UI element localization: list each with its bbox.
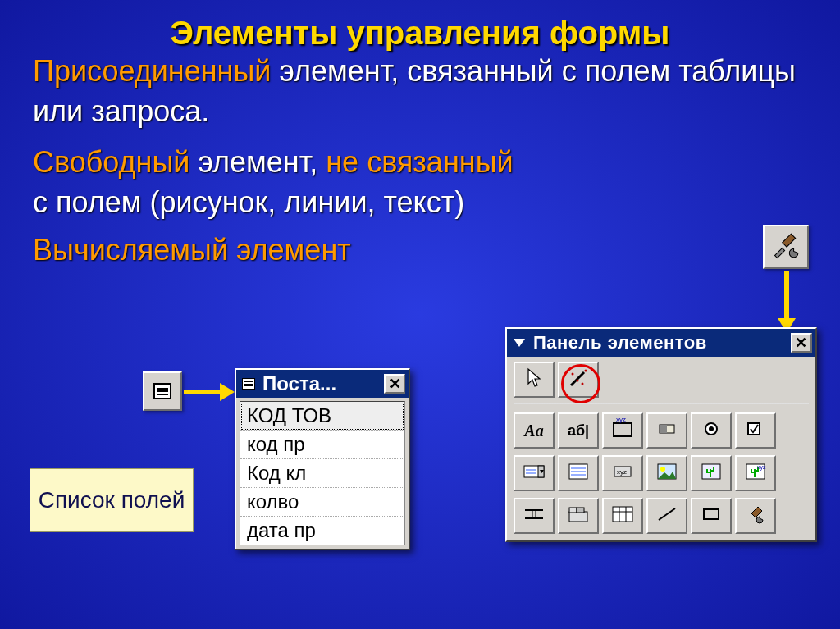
button-tool[interactable]: xyz <box>602 455 643 491</box>
checkbox-tool[interactable] <box>735 412 776 449</box>
pagebreak-tool[interactable] <box>514 498 555 534</box>
term-calc: Вычисляемый элемент <box>33 230 807 271</box>
list-item[interactable]: колво <box>240 488 404 517</box>
group-tool-icon: xyz <box>610 418 635 444</box>
field-list-window: Поста... ✕ КОД ТОВ код пр Код кл колво д… <box>235 368 410 550</box>
svg-rect-38 <box>704 509 719 519</box>
toggle-tool-icon <box>655 418 679 444</box>
rect-tool-icon <box>699 504 724 529</box>
svg-text:xyz: xyz <box>616 418 626 423</box>
unbound-obj-tool[interactable] <box>691 455 732 491</box>
image-tool[interactable] <box>646 455 687 491</box>
toolbox-window: Панель элементов ✕ Aaаб|xyz xyzxyz <box>505 327 817 542</box>
field-list-body: КОД ТОВ код пр Код кл колво дата пр <box>240 401 405 545</box>
term-free: Свободный <box>33 145 189 179</box>
content-text: Присоединенный элемент, связанный с поле… <box>0 52 840 271</box>
line-tool[interactable] <box>646 498 687 534</box>
wand-icon <box>568 367 589 393</box>
line-tool-icon <box>655 504 679 529</box>
desc-free-b: не связанный <box>326 145 513 179</box>
toolbox-top-row <box>507 357 815 399</box>
field-list-title-icon <box>240 378 258 390</box>
list-item[interactable]: КОД ТОВ <box>240 402 404 431</box>
close-icon[interactable]: ✕ <box>791 333 812 353</box>
svg-rect-9 <box>660 425 667 433</box>
textbox-tool[interactable]: аб| <box>558 412 599 449</box>
tab-tool-icon <box>566 504 591 529</box>
option-tool-icon <box>699 418 724 444</box>
list-item[interactable]: дата пр <box>240 517 404 545</box>
bound-obj-tool-icon: xyz <box>743 461 768 486</box>
tab-tool[interactable] <box>558 498 599 534</box>
more-tool[interactable] <box>735 498 776 534</box>
select-tool[interactable] <box>514 362 555 398</box>
svg-point-3 <box>577 379 579 381</box>
image-tool-icon <box>655 461 679 486</box>
wizard-tool[interactable] <box>558 362 599 398</box>
close-icon[interactable]: ✕ <box>384 374 405 394</box>
svg-rect-6 <box>614 423 632 436</box>
svg-point-24 <box>660 467 665 472</box>
toolbox-row-3 <box>507 493 815 536</box>
toolbox-row-1: Aaаб|xyz <box>507 408 815 450</box>
list-item[interactable]: Код кл <box>240 459 404 488</box>
toolbox-title-text: Панель элементов <box>533 332 786 353</box>
fields-list-label: Список полей <box>30 468 194 532</box>
listbox-tool[interactable] <box>558 455 599 491</box>
svg-rect-32 <box>577 508 584 513</box>
combo-tool[interactable] <box>514 455 555 491</box>
svg-rect-31 <box>569 508 577 513</box>
unbound-obj-tool-icon <box>699 461 724 486</box>
svg-rect-0 <box>775 248 785 258</box>
svg-text:xyz: xyz <box>617 468 627 476</box>
cursor-icon <box>526 367 542 393</box>
button-tool-icon: xyz <box>610 461 635 486</box>
toolbox-row-2: xyzxyz <box>507 450 815 493</box>
group-tool[interactable]: xyz <box>602 412 643 449</box>
label-tool-icon: Aa <box>524 422 543 440</box>
listbox-tool-icon <box>566 461 591 486</box>
toggle-tool[interactable] <box>646 412 687 449</box>
svg-rect-33 <box>613 507 632 522</box>
field-list-title-text: Поста... <box>262 372 379 395</box>
bound-obj-tool[interactable]: xyz <box>735 455 776 491</box>
page-title: Элементы управления формы <box>0 0 840 52</box>
svg-point-5 <box>585 369 587 371</box>
combo-tool-icon <box>522 461 546 486</box>
arrow-doc-to-list <box>184 390 221 394</box>
option-tool[interactable] <box>691 412 732 449</box>
textbox-tool-icon: аб| <box>568 422 589 440</box>
more-tool-icon <box>743 504 768 529</box>
term-bound: Присоединенный <box>33 54 271 88</box>
subform-tool-icon <box>610 504 635 529</box>
desc-free-c: с полем (рисунок, линии, текст) <box>33 183 807 223</box>
checkbox-tool-icon <box>743 418 768 444</box>
svg-line-37 <box>659 508 675 520</box>
arrow-tools-to-panel <box>784 271 789 320</box>
hammer-wrench-icon <box>772 231 800 262</box>
toolbox-titlebar[interactable]: Панель элементов ✕ <box>507 329 815 357</box>
svg-text:xyz: xyz <box>757 464 766 471</box>
document-icon <box>153 383 171 399</box>
tools-button[interactable] <box>763 225 809 269</box>
field-list-button[interactable] <box>143 371 182 411</box>
toolbox-menu-icon[interactable] <box>510 337 528 349</box>
svg-rect-30 <box>569 512 587 522</box>
svg-point-11 <box>709 426 714 431</box>
toolbox-separator <box>514 403 809 404</box>
svg-point-4 <box>582 382 584 385</box>
label-tool[interactable]: Aa <box>514 412 555 449</box>
list-item[interactable]: код пр <box>240 431 404 459</box>
pagebreak-tool-icon <box>522 504 546 529</box>
field-list-titlebar[interactable]: Поста... ✕ <box>236 370 409 398</box>
svg-point-2 <box>572 372 574 375</box>
subform-tool[interactable] <box>602 498 643 534</box>
desc-free-a: элемент, <box>189 145 326 179</box>
rect-tool[interactable] <box>691 498 732 534</box>
